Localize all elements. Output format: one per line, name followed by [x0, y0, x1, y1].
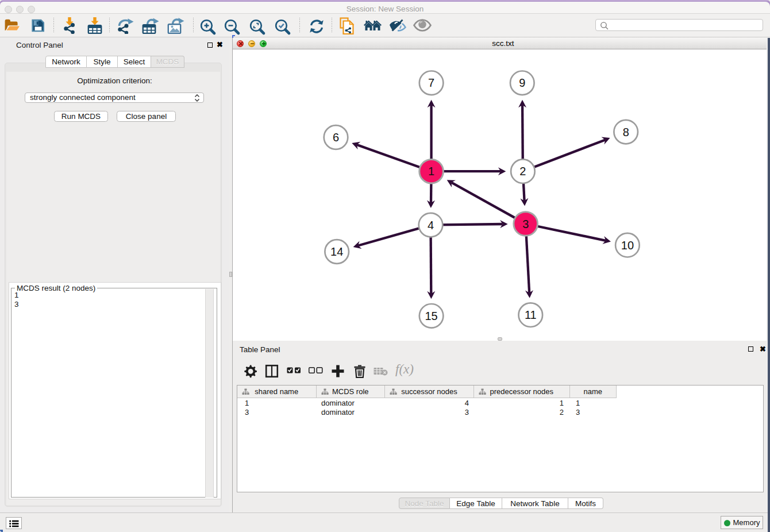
svg-text:1: 1: [428, 165, 434, 178]
svg-text:7: 7: [428, 76, 434, 89]
svg-text:6: 6: [333, 131, 339, 144]
svg-text:3: 3: [522, 218, 529, 230]
svg-text:10: 10: [621, 239, 634, 252]
svg-text:15: 15: [425, 310, 437, 322]
svg-text:14: 14: [330, 245, 343, 258]
svg-text:4: 4: [428, 219, 434, 232]
svg-text:9: 9: [519, 76, 525, 89]
svg-text:2: 2: [519, 165, 526, 178]
svg-text:11: 11: [525, 309, 537, 321]
svg-text:8: 8: [623, 126, 629, 138]
